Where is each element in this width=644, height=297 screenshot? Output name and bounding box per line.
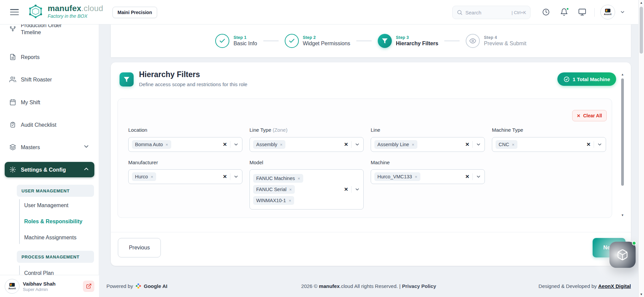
clipboard-check-icon — [9, 121, 16, 128]
filter-label: Machine Type — [492, 127, 523, 133]
sidebar-subitem-machine-assignments[interactable]: Machine Assignments — [24, 233, 94, 243]
machine-select[interactable]: Hurco_VMC133× ✕ — [371, 169, 485, 184]
check-circle-icon — [563, 76, 570, 82]
sidebar-subitem-user-management[interactable]: User Management — [24, 200, 94, 211]
search-box[interactable]: | Ctrl+K — [452, 6, 531, 19]
filter-label: Line — [371, 127, 380, 133]
powered-by: Powered by Google AI — [106, 283, 168, 289]
clear-all-button[interactable]: ✕ Clear All — [572, 110, 607, 121]
wizard-stepper: Step 1Basic Info Step 2Widget Permission… — [111, 24, 631, 57]
chip-remove-icon[interactable]: × — [297, 176, 300, 181]
sidebar-item-masters[interactable]: Masters — [5, 139, 94, 155]
page-footer: Powered by Google AI 2026 © manufex.clou… — [99, 275, 638, 297]
clear-field-icon[interactable]: ✕ — [223, 174, 227, 180]
previous-button[interactable]: Previous — [118, 238, 161, 257]
sidebar-item-my-shift[interactable]: My Shift — [5, 94, 94, 110]
selected-chip: CNC× — [496, 140, 517, 149]
scroll-down-arrow[interactable]: ▼ — [620, 213, 625, 217]
assistant-widget-button[interactable] — [609, 242, 636, 268]
step-4-preview-submit[interactable]: Step 4Preview & Submit — [466, 34, 526, 48]
chevron-down-icon[interactable] — [476, 142, 481, 147]
step-2-widget-permissions[interactable]: Step 2Widget Permissions — [285, 34, 350, 48]
chevron-down-icon[interactable] — [233, 174, 239, 179]
user-avatar[interactable]: AeonX — [600, 5, 615, 19]
notifications-bell-icon[interactable] — [560, 8, 569, 17]
chip-remove-icon[interactable]: × — [166, 142, 168, 147]
funnel-icon — [378, 34, 392, 48]
clear-field-icon[interactable]: ✕ — [344, 186, 348, 192]
organization-badge[interactable]: Maini Precision — [112, 7, 157, 18]
scrollbar-thumb[interactable] — [621, 78, 624, 186]
scroll-down-arrow[interactable]: ▼ — [639, 293, 644, 296]
report-file-icon — [9, 54, 16, 60]
model-select[interactable]: FANUC Machines× FANUC Serial× WINMAX10-1… — [249, 169, 364, 210]
chip-remove-icon[interactable]: × — [412, 142, 414, 147]
selected-chip: Bomma Auto× — [132, 140, 171, 149]
logout-external-link-button[interactable] — [83, 281, 94, 292]
page-title: Hierarchy Filters — [139, 70, 200, 79]
section-header-process-management: PROCESS MANAGEMENT — [17, 251, 94, 263]
brand-title: manufex.cloud — [48, 4, 103, 13]
sidebar-item-reports[interactable]: Reports — [5, 49, 94, 65]
external-link-icon — [86, 283, 92, 289]
line-type-select[interactable]: Assembly× ✕ — [249, 137, 364, 152]
page-subtitle: Define access scope and restrictions for… — [139, 81, 247, 87]
step-3-hierarchy-filters[interactable]: Step 3Hierarchy Filters — [378, 34, 438, 48]
chevron-down-icon — [83, 143, 90, 151]
page-scrollbar: ▲ ▼ — [638, 0, 644, 297]
clear-field-icon[interactable]: ✕ — [223, 141, 227, 147]
aeonx-digital-link[interactable]: AeonX Digital — [598, 283, 631, 289]
chip-remove-icon[interactable]: × — [415, 174, 417, 179]
sidebar-item-settings-config[interactable]: Settings & Config — [5, 162, 94, 177]
hamburger-menu-icon[interactable] — [10, 8, 19, 16]
machine-type-select[interactable]: CNC× ✕ — [492, 137, 606, 152]
users-icon — [9, 76, 16, 83]
card-footer-divider — [111, 232, 631, 232]
clear-field-icon[interactable]: ✕ — [465, 141, 469, 147]
selected-chip: WINMAX10-1× — [253, 196, 294, 205]
clear-field-icon[interactable]: ✕ — [344, 141, 348, 147]
tree-connector-line — [19, 199, 20, 244]
display-monitor-icon[interactable] — [578, 8, 587, 17]
clear-field-icon[interactable]: ✕ — [586, 141, 591, 147]
chevron-down-icon[interactable] — [355, 187, 360, 192]
step-1-basic-info[interactable]: Step 1Basic Info — [215, 34, 257, 48]
profile-chevron-down-icon[interactable] — [620, 9, 625, 16]
scrollbar-thumb[interactable] — [640, 7, 643, 54]
chip-remove-icon[interactable]: × — [289, 187, 292, 192]
chevron-down-icon[interactable] — [233, 142, 239, 147]
location-select[interactable]: Bomma Auto× ✕ — [128, 137, 242, 152]
sidebar-nav: Production Order Timeline Reports Shift … — [0, 0, 99, 297]
user-avatar[interactable]: AeonX — [5, 279, 19, 294]
history-clock-icon[interactable] — [542, 8, 551, 17]
brand-logo[interactable]: manufex.cloud Factory in the BOX — [27, 4, 103, 19]
card-scrollbar: ▲ ▼ — [620, 72, 625, 217]
scroll-up-arrow[interactable]: ▲ — [620, 72, 625, 76]
step-connector — [444, 41, 460, 41]
eye-icon — [466, 34, 480, 48]
timeline-icon — [9, 25, 16, 32]
line-select[interactable]: Assembly Line× ✕ — [371, 137, 485, 152]
selected-chip: Hurco_VMC133× — [374, 172, 420, 181]
chevron-down-icon[interactable] — [476, 174, 481, 179]
user-role: Super Admin — [23, 287, 56, 292]
layers-icon — [9, 144, 16, 151]
top-header: manufex.cloud Factory in the BOX Maini P… — [0, 0, 638, 24]
online-status-dot — [632, 241, 636, 245]
clear-field-icon[interactable]: ✕ — [465, 174, 469, 180]
aeonx-logo-icon — [9, 283, 15, 287]
sidebar-subitem-roles-responsibility[interactable]: Roles & Responsibility — [24, 217, 94, 227]
privacy-policy-link[interactable]: Privacy Policy — [402, 283, 436, 289]
chip-remove-icon[interactable]: × — [280, 142, 283, 147]
chip-remove-icon[interactable]: × — [151, 174, 153, 179]
chevron-down-icon[interactable] — [597, 142, 602, 147]
sidebar-item-shift-roaster[interactable]: Shift Roaster — [5, 71, 94, 87]
chevron-down-icon[interactable] — [355, 142, 360, 147]
sidebar-item-audit-checklist[interactable]: Audit Checklist — [5, 117, 94, 133]
search-shortcut-hint: | Ctrl+K — [512, 10, 526, 15]
search-input[interactable] — [465, 10, 509, 15]
scroll-up-arrow[interactable]: ▲ — [639, 1, 644, 4]
chip-remove-icon[interactable]: × — [512, 142, 514, 147]
manufacturer-select[interactable]: Hurco× ✕ — [128, 169, 242, 184]
chip-remove-icon[interactable]: × — [289, 198, 291, 203]
